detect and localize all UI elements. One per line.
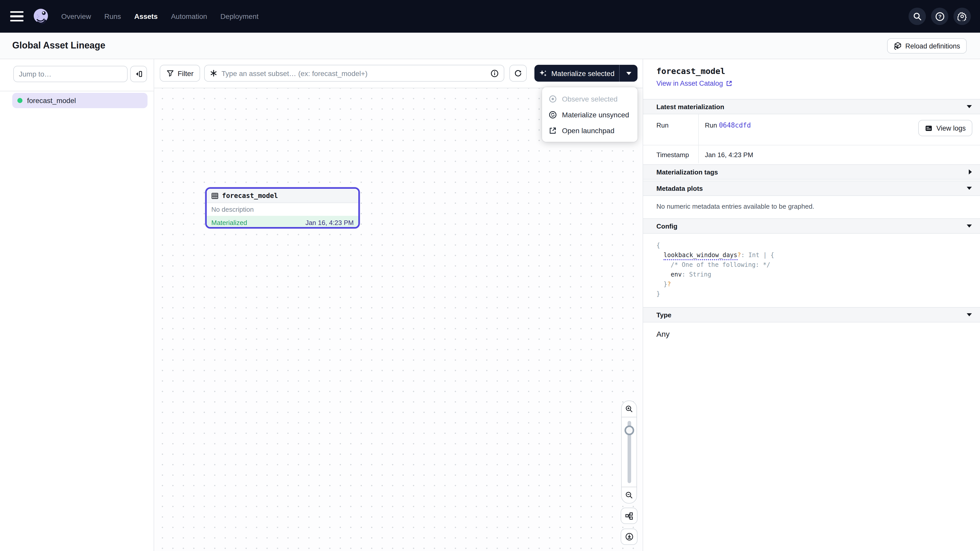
view-in-asset-catalog-link[interactable]: View in Asset Catalog	[656, 79, 733, 87]
collapse-sidebar-button[interactable]	[130, 66, 147, 82]
row-column-divider	[698, 114, 699, 163]
filter-label: Filter	[178, 69, 193, 77]
download-image-button[interactable]	[620, 529, 638, 545]
menu-item-label: Materialize unsynced	[562, 110, 629, 119]
download-circle-icon	[625, 533, 633, 541]
asset-node-description: No description	[207, 203, 358, 216]
menu-item-materialize-unsynced[interactable]: Materialize unsynced	[542, 106, 638, 122]
chevron-down-icon	[967, 187, 972, 190]
asset-subset-input[interactable]	[221, 69, 487, 77]
run-value-prefix: Run	[705, 121, 719, 129]
asset-detail-panel: forecast_model View in Asset Catalog Lat…	[643, 59, 980, 551]
external-link-icon	[549, 126, 557, 135]
asset-node-header: forecast_model	[207, 189, 358, 203]
section-metadata-plots[interactable]: Metadata plots	[643, 181, 980, 196]
section-latest-materialization[interactable]: Latest materialization	[643, 99, 980, 114]
search-icon	[913, 12, 921, 21]
section-materialization-tags[interactable]: Materialization tags	[643, 164, 980, 179]
nav-assets[interactable]: Assets	[134, 12, 158, 21]
config-key-lookback-window-days: lookback_window_days	[663, 251, 737, 260]
page-header: Global Asset Lineage Reload definitions	[0, 33, 980, 59]
refresh-button[interactable]	[509, 65, 527, 82]
search-button[interactable]	[908, 8, 926, 25]
code-comment: /* One of the following: */	[656, 260, 774, 270]
settings-button[interactable]	[953, 8, 971, 25]
view-logs-button[interactable]: View logs	[918, 120, 972, 136]
observe-icon	[549, 95, 557, 103]
info-icon[interactable]	[490, 69, 499, 77]
metadata-plots-empty-message: No numeric metadata entries available to…	[656, 203, 815, 210]
row-divider	[643, 145, 980, 145]
panel-collapse-icon	[135, 70, 143, 78]
menu-item-observe-selected[interactable]: Observe selected	[542, 91, 638, 106]
materialize-selected-button[interactable]: Materialize selected	[535, 65, 619, 82]
config-schema-code: { lookback_window_days?: Int | { /* One …	[656, 241, 774, 299]
zoom-out-button[interactable]	[622, 487, 636, 503]
asset-node-name: forecast_model	[222, 192, 278, 200]
nav-automation[interactable]: Automation	[171, 12, 207, 21]
materialized-status-dot	[18, 98, 22, 103]
section-type[interactable]: Type	[643, 307, 980, 322]
catalog-link-label: View in Asset Catalog	[656, 79, 723, 87]
code-line: lookback_window_days?: Int | {	[656, 251, 774, 260]
run-row-label: Run	[656, 121, 669, 129]
external-link-icon	[726, 80, 733, 87]
materialize-dropdown-toggle[interactable]	[619, 65, 638, 82]
help-button[interactable]: ?	[931, 8, 948, 25]
reload-definitions-label: Reload definitions	[905, 42, 960, 50]
asset-type-value: Any	[656, 330, 670, 338]
view-logs-label: View logs	[936, 124, 966, 132]
top-nav-items: Overview Runs Assets Automation Deployme…	[61, 12, 259, 21]
sparkles-icon	[539, 69, 547, 77]
reload-cube-icon	[894, 42, 902, 50]
hamburger-menu-icon[interactable]	[10, 11, 24, 21]
chevron-down-icon	[626, 72, 631, 75]
asset-node-status-row: Materialized Jan 16, 4:23 PM	[207, 216, 358, 229]
dagster-logo[interactable]	[32, 7, 50, 25]
menu-item-label: Open launchpad	[562, 126, 614, 135]
code-line: }	[656, 289, 774, 299]
graph-layout-icon	[625, 512, 633, 519]
code-line: env: String	[656, 270, 774, 279]
relayout-graph-button[interactable]	[620, 508, 638, 524]
reload-definitions-button[interactable]: Reload definitions	[887, 38, 967, 54]
materialize-selected-label: Materialize selected	[551, 69, 614, 77]
table-icon	[211, 192, 218, 199]
section-label: Latest materialization	[656, 103, 724, 110]
jump-to-input[interactable]	[13, 66, 127, 82]
nav-overview[interactable]: Overview	[61, 12, 91, 21]
sync-circle-icon	[549, 110, 557, 119]
timestamp-row-value: Jan 16, 4:23 PM	[705, 151, 753, 159]
section-label: Materialization tags	[656, 168, 718, 176]
nav-deployment[interactable]: Deployment	[221, 12, 259, 21]
timestamp-row-label: Timestamp	[656, 151, 689, 159]
chevron-down-icon	[967, 224, 972, 227]
chevron-down-icon	[967, 313, 972, 316]
lineage-graph-canvas[interactable]	[154, 88, 643, 551]
asset-node-forecast-model[interactable]: forecast_model No description Materializ…	[205, 187, 360, 229]
code-line: {	[656, 241, 774, 251]
run-id-link[interactable]: 0648cdfd	[719, 121, 751, 129]
asset-selector-icon	[210, 69, 218, 77]
sidebar-item-forecast-model[interactable]: forecast_model	[12, 93, 148, 108]
logs-icon	[925, 124, 933, 132]
menu-item-open-launchpad[interactable]: Open launchpad	[542, 122, 638, 138]
asset-list-sidebar: forecast_model	[0, 59, 154, 551]
chevron-down-icon	[967, 105, 972, 108]
zoom-in-button[interactable]	[622, 401, 636, 417]
zoom-slider	[622, 417, 636, 487]
help-icon: ?	[935, 11, 945, 21]
run-row-value: Run 0648cdfd	[705, 121, 751, 129]
dagster-global-asset-lineage-screen: Overview Runs Assets Automation Deployme…	[0, 0, 980, 551]
zoom-slider-thumb[interactable]	[624, 426, 634, 435]
chevron-right-icon	[969, 169, 972, 175]
section-config[interactable]: Config	[643, 218, 980, 233]
zoom-in-icon	[625, 405, 633, 413]
panel-asset-title: forecast_model	[656, 66, 725, 76]
nav-runs[interactable]: Runs	[104, 12, 121, 21]
filter-button[interactable]: Filter	[160, 65, 200, 82]
materialized-status-label: Materialized	[211, 219, 247, 226]
gear-icon	[958, 12, 967, 21]
zoom-out-icon	[625, 491, 633, 499]
materialization-timestamp: Jan 16, 4:23 PM	[305, 219, 354, 226]
